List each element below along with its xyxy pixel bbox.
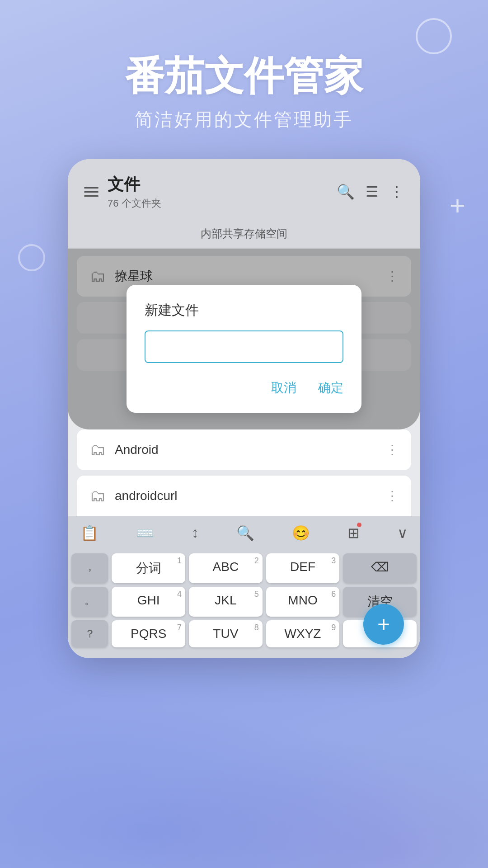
app-title-group: 文件 76 个文件夹: [108, 174, 161, 210]
file-name-curl: androidcurl: [115, 489, 178, 503]
hero-section: 番茄文件管家 简洁好用的文件管理助手: [0, 0, 488, 159]
dialog-actions: 取消 确定: [145, 376, 343, 400]
dialog-cancel-button[interactable]: 取消: [271, 376, 296, 400]
app-header-left: 文件 76 个文件夹: [84, 174, 161, 210]
arrow-down-tool-icon[interactable]: ∨: [394, 523, 411, 543]
key-ghi[interactable]: 4 GHI: [112, 587, 185, 617]
sort-icon[interactable]: ☰: [366, 183, 379, 200]
deco-plus-icon: +: [450, 190, 465, 221]
file-item-left-curl: 🗂 androidcurl: [89, 486, 178, 505]
keyboard-toolbar: 📋 ⌨️ ↕ 🔍 😊 ⊞ ∨: [68, 516, 420, 550]
hamburger-menu-button[interactable]: [84, 187, 99, 197]
key-fenwei[interactable]: 1 分词: [112, 553, 185, 583]
cursor-tool-icon[interactable]: ↕: [188, 523, 202, 543]
key-question[interactable]: ？: [71, 620, 108, 647]
phone-mockup: 文件 76 个文件夹 🔍 ☰ ⋮ 内部共享存储空间 🗂 撩星球 ⋮: [68, 159, 420, 658]
key-abc[interactable]: 2 ABC: [189, 553, 263, 583]
app-header: 文件 76 个文件夹 🔍 ☰ ⋮: [68, 159, 420, 219]
folder-icon-android: 🗂: [89, 440, 106, 459]
search-icon[interactable]: 🔍: [337, 183, 355, 200]
keyboard-tool-icon[interactable]: ⌨️: [132, 523, 158, 543]
clipboard-tool-icon[interactable]: 📋: [77, 523, 102, 543]
app-container: 文件 76 个文件夹 🔍 ☰ ⋮ 内部共享存储空间 🗂 撩星球 ⋮: [68, 159, 420, 658]
file-name-android: Android: [115, 443, 159, 457]
storage-label: 内部共享存储空间: [68, 219, 420, 249]
kb-row-2: 。 4 GHI 5 JKL 6 MNO 清空: [71, 587, 417, 617]
file-more-icon-android[interactable]: ⋮: [386, 442, 399, 457]
dialog-confirm-button[interactable]: 确定: [318, 376, 343, 400]
key-pqrs[interactable]: 7 PQRS: [112, 620, 185, 647]
search-tool-icon[interactable]: 🔍: [233, 523, 258, 543]
key-wxyz[interactable]: 9 WXYZ: [266, 620, 340, 647]
dialog-overlay: 新建文件 取消 确定: [68, 249, 420, 429]
emoji-tool-icon[interactable]: 😊: [288, 523, 314, 543]
android-section: 🗂 Android ⋮ + 🗂 androidcurl ⋮: [68, 429, 420, 516]
app-subtitle: 76 个文件夹: [108, 197, 161, 210]
kb-row-1: ， 1 分词 2 ABC 3 DEF ⌫: [71, 553, 417, 583]
hero-subtitle: 简洁好用的文件管理助手: [27, 107, 461, 132]
key-delete[interactable]: ⌫: [343, 553, 417, 583]
folder-icon-curl: 🗂: [89, 486, 106, 505]
deco-wave: [0, 687, 488, 868]
hero-title: 番茄文件管家: [27, 54, 461, 98]
dialog-title: 新建文件: [145, 301, 343, 320]
key-period[interactable]: 。: [71, 587, 108, 617]
file-more-icon-curl[interactable]: ⋮: [386, 488, 399, 503]
app-title: 文件: [108, 174, 161, 196]
new-file-dialog: 新建文件 取消 确定: [127, 285, 361, 413]
more-icon[interactable]: ⋮: [389, 183, 404, 200]
file-list: 🗂 撩星球 ⋮ 新建文件 取消 确定: [68, 249, 420, 429]
grid-badge-dot: [357, 523, 361, 527]
key-def[interactable]: 3 DEF: [266, 553, 340, 583]
androidcurl-file-item[interactable]: 🗂 androidcurl ⋮: [77, 476, 411, 516]
deco-circle-left: [18, 244, 45, 271]
key-comma[interactable]: ，: [71, 553, 108, 583]
file-item-left-android: 🗂 Android: [89, 440, 159, 459]
keyboard: ， 1 分词 2 ABC 3 DEF ⌫: [68, 550, 420, 658]
key-jkl[interactable]: 5 JKL: [189, 587, 263, 617]
android-file-item[interactable]: 🗂 Android ⋮: [77, 429, 411, 470]
fab-button[interactable]: +: [363, 604, 404, 645]
app-header-icons: 🔍 ☰ ⋮: [337, 183, 404, 200]
dialog-filename-input[interactable]: [145, 330, 343, 363]
grid-tool-icon[interactable]: ⊞: [344, 523, 363, 543]
key-mno[interactable]: 6 MNO: [266, 587, 340, 617]
key-tuv[interactable]: 8 TUV: [189, 620, 263, 647]
